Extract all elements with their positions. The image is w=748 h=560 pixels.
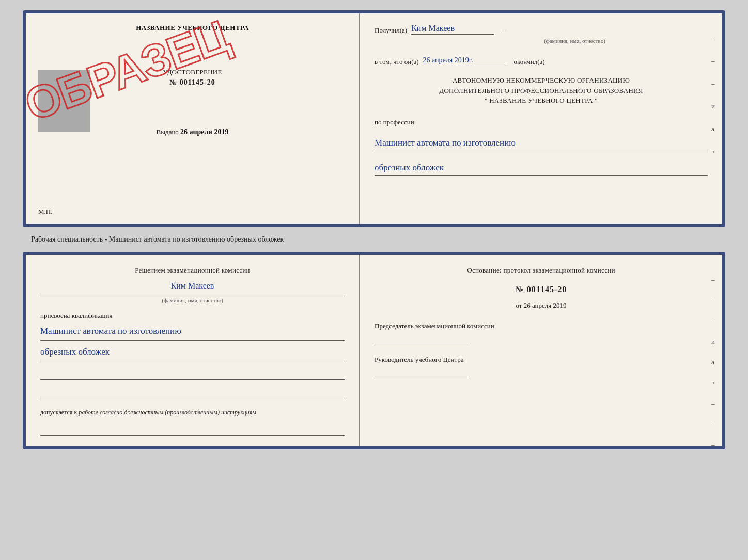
и-label: и (711, 102, 718, 110)
issued-line: Выдано 26 апреля 2019 (157, 128, 229, 136)
director-sig-line (375, 367, 467, 377)
director-block: Руководитель учебного Центра (375, 355, 708, 377)
org-block: АВТОНОМНУЮ НЕКОММЕРЧЕСКУЮ ОРГАНИЗАЦИЮ ДО… (375, 75, 708, 106)
date-row: в том, что он(а) 26 апреля 2019г. окончи… (375, 56, 708, 66)
допускается-row: допускается к работе согласно должностны… (40, 408, 345, 417)
dash-r2: – (711, 296, 718, 305)
а-label-r: а (711, 358, 718, 366)
right-dashes-top: – – – и а ← (711, 34, 718, 156)
org-line2: ДОПОЛНИТЕЛЬНОГО ПРОФЕССИОНАЛЬНОГО ОБРАЗО… (375, 86, 708, 96)
received-row: Получил(а) Ким Макеев – (375, 24, 708, 35)
dash-r5: – (711, 420, 718, 428)
dash-r4: – (711, 399, 718, 408)
director-label: Руководитель учебного Центра (375, 355, 708, 365)
qual-line1: Машинист автомата по изготовлению (40, 324, 345, 341)
school-name-top: НАЗВАНИЕ УЧЕБНОГО ЦЕНТРА (136, 24, 249, 32)
received-label: Получил(а) (375, 26, 407, 35)
dash-r1: – (711, 276, 718, 284)
bottom-right-panel: – – – и а ← – – – Основание: протокол эк… (360, 255, 722, 446)
osnование-text: Основание: протокол экзаменационной коми… (375, 265, 708, 276)
finished-label: окончил(а) (514, 58, 545, 66)
bottom-left-panel: Решением экзаменационной комиссии Ким Ма… (26, 255, 360, 446)
sig-field-3 (40, 425, 345, 436)
date-ot-value: 26 апреля 2019 (524, 301, 567, 309)
issued-label: Выдано (157, 128, 179, 136)
left-arrow: ← (711, 148, 718, 156)
top-right-panel: – – – и а ← Получил(а) Ким Макеев – (фам… (360, 13, 722, 224)
и-label-r: и (711, 338, 718, 346)
qual-assigned-label: присвоена квалификация (40, 312, 345, 320)
dash3: – (711, 79, 718, 88)
допускается-label: допускается к (40, 409, 77, 416)
cert-title: УДОСТОВЕРЕНИЕ (163, 68, 222, 76)
chairman-block: Председатель экзаменационной комиссии (375, 321, 708, 344)
top-document: НАЗВАНИЕ УЧЕБНОГО ЦЕНТРА УДОСТОВЕРЕНИЕ №… (23, 10, 725, 227)
dash2: – (711, 57, 718, 65)
photo-placeholder (38, 70, 90, 132)
chairman-sig-line (375, 333, 467, 343)
name-bottom: Ким Макеев (40, 281, 345, 291)
date-ot: от 26 апреля 2019 (375, 301, 708, 310)
sig-field-1 (40, 370, 345, 380)
date-value: 26 апреля 2019г. (423, 56, 506, 66)
top-left-panel: НАЗВАНИЕ УЧЕБНОГО ЦЕНТРА УДОСТОВЕРЕНИЕ №… (26, 13, 360, 224)
bottom-document: Решением экзаменационной комиссии Ким Ма… (23, 252, 725, 449)
dash1: – (711, 34, 718, 42)
org-line1: АВТОНОМНУЮ НЕКОММЕРЧЕСКУЮ ОРГАНИЗАЦИЮ (375, 75, 708, 86)
date-ot-label: от (516, 301, 522, 309)
qual-line2: обрезных обложек (40, 345, 345, 361)
profession-label: по профессии (375, 118, 708, 126)
cert-number: № 001145-20 (169, 78, 215, 87)
date-label: в том, что он(а) (375, 58, 419, 66)
dash-r3: – (711, 317, 718, 325)
arrow-r: ← (711, 379, 718, 387)
decision-text: Решением экзаменационной комиссии (40, 265, 345, 276)
recipient-name: Ким Макеев (411, 24, 494, 35)
right-dashes-bottom: – – – и а ← – – – (711, 276, 718, 449)
profession-line1: Машинист автомата по изготовлению (375, 136, 708, 151)
protocol-number: № 001145-20 (375, 285, 708, 294)
mp-label: М.П. (38, 207, 52, 216)
fio-subtitle-top: (фамилия, имя, отчество) (442, 38, 708, 44)
issued-date: 26 апреля 2019 (180, 128, 228, 136)
dash-inline: – (502, 26, 506, 35)
а-label: а (711, 125, 718, 133)
fio-label-bottom: (фамилия, имя, отчество) (40, 296, 345, 303)
chairman-label: Председатель экзаменационной комиссии (375, 321, 708, 331)
org-line3: " НАЗВАНИЕ УЧЕБНОГО ЦЕНТРА " (375, 95, 708, 106)
dash-r6: – (711, 441, 718, 449)
middle-text: Рабочая специальность - Машинист автомат… (31, 235, 284, 244)
допускается-value: работе согласно должностным (производств… (79, 409, 256, 416)
profession-line2: обрезных обложек (375, 161, 708, 176)
sig-field-2 (40, 388, 345, 398)
